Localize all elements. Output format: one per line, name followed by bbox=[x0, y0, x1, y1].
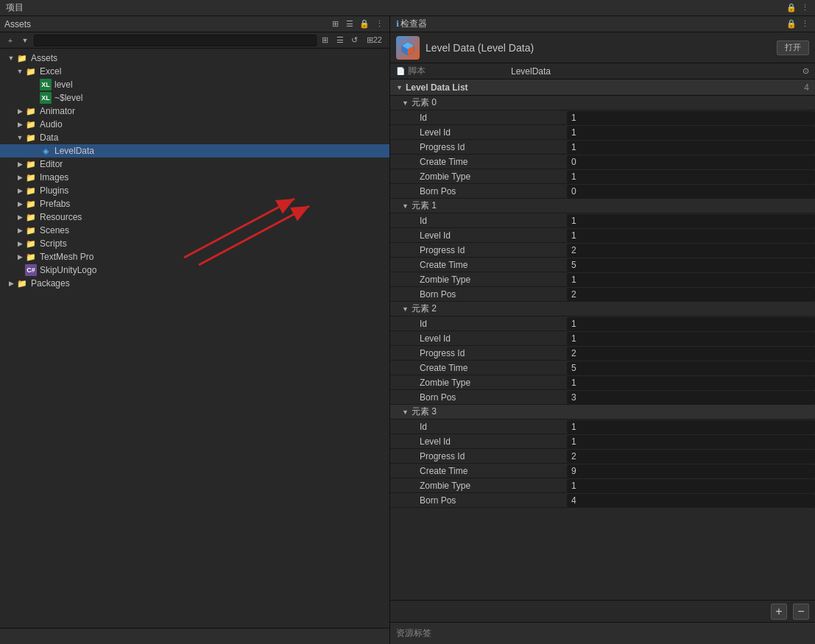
field-value-1-levelid[interactable]: 1 bbox=[567, 229, 815, 242]
field-value-3-levelid[interactable]: 1 bbox=[567, 435, 815, 448]
field-label-1-createtime: Create Time bbox=[420, 260, 567, 270]
scenes-folder-icon: 📁 bbox=[25, 224, 37, 236]
tree-item-scripts[interactable]: ▶ 📁 Scripts bbox=[0, 237, 389, 250]
inspector-asset-title: Level Data (Level Data) bbox=[426, 42, 534, 54]
tree-item-textmesh[interactable]: ▶ 📁 TextMesh Pro bbox=[0, 250, 389, 263]
tree-item-leveldata[interactable]: ◈ LevelData bbox=[0, 144, 389, 158]
tree-item-scenes[interactable]: ▶ 📁 Scenes bbox=[0, 224, 389, 237]
field-value-3-createtime[interactable]: 9 bbox=[567, 464, 815, 478]
field-value-0-createtime[interactable]: 0 bbox=[567, 155, 815, 169]
refresh-icon[interactable]: ⊞ bbox=[320, 35, 331, 46]
field-value-2-createtime[interactable]: 5 bbox=[567, 361, 815, 375]
search-input[interactable] bbox=[34, 35, 317, 46]
element-0-arrow: ▼ bbox=[402, 99, 409, 107]
field-value-1-zombietype[interactable]: 1 bbox=[567, 273, 815, 286]
field-label-0-progressid: Progress Id bbox=[420, 142, 567, 152]
tree-item-audio[interactable]: ▶ 📁 Audio bbox=[0, 118, 389, 131]
scenes-label: Scenes bbox=[40, 225, 69, 236]
scripts-arrow: ▶ bbox=[15, 240, 25, 247]
animator-folder-icon: 📁 bbox=[25, 105, 37, 117]
field-row-1-progressid: Progress Id 2 bbox=[390, 243, 815, 258]
field-value-0-id[interactable]: 1 bbox=[567, 111, 815, 124]
field-value-2-levelid[interactable]: 1 bbox=[567, 332, 815, 345]
asset-cube-icon bbox=[396, 36, 420, 60]
field-value-0-zombietype[interactable]: 1 bbox=[567, 170, 815, 183]
tree-item-excel[interactable]: ▼ 📁 Excel bbox=[0, 65, 389, 78]
field-value-2-progressid[interactable]: 2 bbox=[567, 347, 815, 360]
element-group-0: ▼ 元素 0 Id 1 Level Id 1 Progress Id 1 Cre… bbox=[390, 96, 815, 199]
skipunity-icon: C# bbox=[25, 264, 37, 276]
field-label-3-createtime: Create Time bbox=[420, 466, 567, 476]
element-header-2[interactable]: ▼ 元素 2 bbox=[390, 302, 815, 316]
dropdown-icon[interactable]: ▼ bbox=[19, 35, 31, 46]
field-value-0-progressid[interactable]: 1 bbox=[567, 141, 815, 154]
remove-element-button[interactable]: − bbox=[793, 604, 809, 620]
field-value-3-id[interactable]: 1 bbox=[567, 420, 815, 434]
inspector-lock-icon[interactable]: 🔒 bbox=[786, 19, 797, 29]
element-header-3[interactable]: ▼ 元素 3 bbox=[390, 405, 815, 420]
add-icon[interactable]: + bbox=[4, 35, 16, 46]
add-element-button[interactable]: + bbox=[771, 604, 787, 620]
field-label-0-id: Id bbox=[420, 113, 567, 123]
collapse-icon[interactable]: ☰ bbox=[334, 35, 346, 46]
field-row-2-zombietype: Zombie Type 1 bbox=[390, 375, 815, 390]
tree-item-packages[interactable]: ▶ 📁 Packages bbox=[0, 277, 389, 290]
more-icon-left[interactable]: ⋮ bbox=[373, 18, 385, 30]
element-3-arrow: ▼ bbox=[402, 408, 409, 416]
dlevel-label: ~$level bbox=[54, 93, 82, 103]
tree-item-editor[interactable]: ▶ 📁 Editor bbox=[0, 158, 389, 171]
field-value-1-bornpos[interactable]: 2 bbox=[567, 288, 815, 301]
element-group-3: ▼ 元素 3 Id 1 Level Id 1 Progress Id 2 Cre… bbox=[390, 405, 815, 508]
tags-bar: 资源标签 bbox=[390, 622, 815, 644]
lock-icon[interactable]: 🔒 bbox=[786, 3, 797, 13]
field-value-3-zombietype[interactable]: 1 bbox=[567, 479, 815, 492]
script-label: 脚本 bbox=[408, 65, 511, 77]
tree-item-level[interactable]: XL level bbox=[0, 78, 389, 91]
lock-icon-left[interactable]: 🔒 bbox=[359, 18, 370, 30]
field-value-0-bornpos[interactable]: 0 bbox=[567, 185, 815, 198]
field-row-1-createtime: Create Time 5 bbox=[390, 258, 815, 272]
list-icon[interactable]: ☰ bbox=[344, 18, 356, 30]
tree-item-data[interactable]: ▼ 📁 Data bbox=[0, 131, 389, 144]
resources-label: Resources bbox=[40, 212, 82, 222]
tree-item-assets[interactable]: ▼ 📁 Assets bbox=[0, 52, 389, 65]
field-value-1-createtime[interactable]: 5 bbox=[567, 258, 815, 272]
field-value-1-progressid[interactable]: 2 bbox=[567, 244, 815, 257]
packages-folder-icon: 📁 bbox=[16, 277, 28, 289]
open-button[interactable]: 打开 bbox=[777, 40, 809, 55]
eye-icon[interactable]: ↺ bbox=[349, 35, 361, 46]
tree-item-dollar-level[interactable]: XL ~$level bbox=[0, 91, 389, 105]
more-icon[interactable]: ⋮ bbox=[801, 3, 809, 13]
section-count: 4 bbox=[804, 82, 809, 93]
field-value-2-bornpos[interactable]: 3 bbox=[567, 391, 815, 404]
field-value-1-id[interactable]: 1 bbox=[567, 214, 815, 227]
field-value-2-id[interactable]: 1 bbox=[567, 317, 815, 330]
grid-icon[interactable]: ⊞ bbox=[329, 18, 341, 30]
field-value-0-levelid[interactable]: 1 bbox=[567, 126, 815, 139]
tree-item-plugins[interactable]: ▶ 📁 Plugins bbox=[0, 184, 389, 197]
field-value-2-zombietype[interactable]: 1 bbox=[567, 376, 815, 389]
data-label: Data bbox=[40, 132, 58, 143]
tree-item-resources[interactable]: ▶ 📁 Resources bbox=[0, 210, 389, 224]
field-value-3-progressid[interactable]: 2 bbox=[567, 450, 815, 463]
tree-item-prefabs[interactable]: ▶ 📁 Prefabs bbox=[0, 197, 389, 210]
field-label-2-bornpos: Born Pos bbox=[420, 392, 567, 403]
field-label-1-levelid: Level Id bbox=[420, 230, 567, 241]
level-icon: XL bbox=[40, 79, 52, 91]
field-value-3-bornpos[interactable]: 4 bbox=[567, 494, 815, 507]
tree-item-skipunity[interactable]: C# SkipUnityLogo bbox=[0, 263, 389, 277]
element-header-1[interactable]: ▼ 元素 1 bbox=[390, 199, 815, 213]
inspector-content[interactable]: ▼ Level Data List 4 ▼ 元素 0 Id 1 Level Id… bbox=[390, 79, 815, 600]
resources-arrow: ▶ bbox=[15, 213, 25, 221]
element-header-0[interactable]: ▼ 元素 0 bbox=[390, 96, 815, 110]
script-dot-icon[interactable]: ⊙ bbox=[802, 66, 809, 76]
inspector-settings-icon[interactable]: ⋮ bbox=[801, 19, 809, 29]
field-row-2-levelid: Level Id 1 bbox=[390, 331, 815, 346]
top-bar-title: 项目 bbox=[6, 1, 24, 14]
textmesh-folder-icon: 📁 bbox=[25, 251, 37, 263]
tree-item-images[interactable]: ▶ 📁 Images bbox=[0, 171, 389, 184]
element-group-1: ▼ 元素 1 Id 1 Level Id 1 Progress Id 2 Cre… bbox=[390, 199, 815, 302]
tags-label: 资源标签 bbox=[396, 627, 431, 640]
top-bar: 项目 🔒 ⋮ bbox=[0, 0, 815, 16]
tree-item-animator[interactable]: ▶ 📁 Animator bbox=[0, 105, 389, 118]
